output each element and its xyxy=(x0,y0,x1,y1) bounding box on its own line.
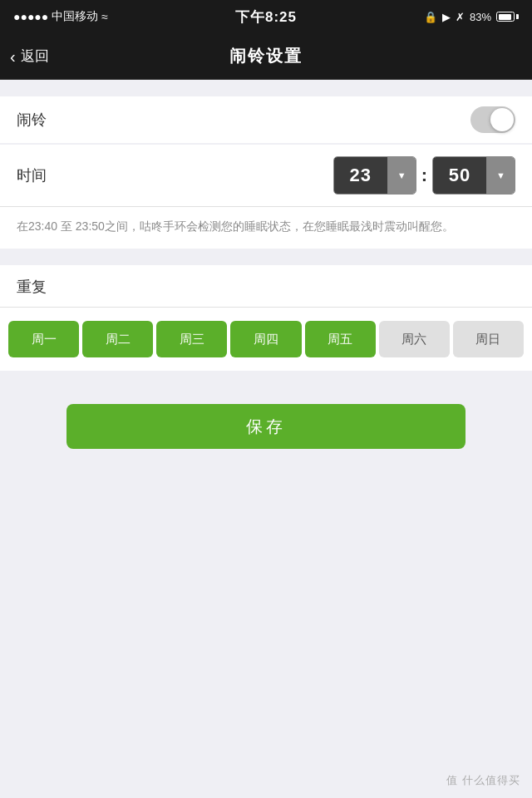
alarm-toggle[interactable] xyxy=(470,106,515,133)
save-section: 保存 xyxy=(0,404,532,449)
time-row: 时间 23 ▼ : 50 ▼ xyxy=(0,145,532,207)
weekday-btn-sat[interactable]: 周六 xyxy=(379,321,450,357)
status-right: 🔒 ▶ ✗ 83% xyxy=(424,11,519,23)
hours-spinner[interactable]: 23 ▼ xyxy=(333,156,416,195)
minutes-down-arrow[interactable]: ▼ xyxy=(486,157,515,194)
alarm-label: 闹铃 xyxy=(17,110,47,130)
status-bar: ●●●●● 中国移动 ≈ 下午8:25 🔒 ▶ ✗ 83% xyxy=(0,0,532,33)
battery-percent: 83% xyxy=(470,11,491,23)
down-arrow-icon: ▼ xyxy=(397,170,406,180)
alarm-section: 闹铃 xyxy=(0,96,532,143)
weekday-btn-mon[interactable]: 周一 xyxy=(8,321,79,357)
weekday-btn-tue[interactable]: 周二 xyxy=(82,321,153,357)
hours-value: 23 xyxy=(334,157,387,194)
battery-icon xyxy=(496,12,519,22)
page-title: 闹铃设置 xyxy=(229,45,303,67)
bluetooth-icon: ✗ xyxy=(456,11,465,23)
carrier-name: 中国移动 xyxy=(52,9,98,24)
chevron-left-icon: ‹ xyxy=(10,48,16,65)
repeat-section: 重复 周一周二周三周四周五周六周日 xyxy=(0,265,532,371)
info-row: 在23:40 至 23:50之间，咕咚手环会检测您的睡眠状态，在您睡眠最浅时震动… xyxy=(0,207,532,249)
toggle-thumb xyxy=(490,108,514,131)
minutes-spinner[interactable]: 50 ▼ xyxy=(432,156,515,195)
wifi-icon: ≈ xyxy=(101,10,108,23)
hours-down-arrow[interactable]: ▼ xyxy=(387,157,416,194)
time-label: 时间 xyxy=(17,165,333,185)
info-text: 在23:40 至 23:50之间，咕咚手环会检测您的睡眠状态，在您睡眠最浅时震动… xyxy=(17,217,515,235)
weekday-btn-wed[interactable]: 周三 xyxy=(156,321,227,357)
back-label: 返回 xyxy=(21,47,49,66)
signal-dots: ●●●●● xyxy=(13,10,48,23)
repeat-label-row: 重复 xyxy=(0,265,532,308)
alarm-row: 闹铃 xyxy=(0,96,532,143)
main-content: 闹铃 时间 23 ▼ : 50 ▼ xyxy=(0,96,532,449)
save-button[interactable]: 保存 xyxy=(66,404,466,449)
time-section: 时间 23 ▼ : 50 ▼ 在23:40 至 23:50之间，咕咚手环会检 xyxy=(0,145,532,249)
navigation-bar: ‹ 返回 闹铃设置 xyxy=(0,33,532,80)
weekday-btn-thu[interactable]: 周四 xyxy=(230,321,301,357)
watermark-text: 值 什么值得买 xyxy=(446,774,520,786)
watermark: 值 什么值得买 xyxy=(446,773,520,788)
weekdays-row: 周一周二周三周四周五周六周日 xyxy=(0,308,532,371)
minutes-value: 50 xyxy=(433,157,486,194)
time-colon: : xyxy=(421,165,427,186)
lock-icon: 🔒 xyxy=(424,11,437,23)
back-button[interactable]: ‹ 返回 xyxy=(10,47,49,66)
weekday-btn-sun[interactable]: 周日 xyxy=(453,321,524,357)
repeat-label: 重复 xyxy=(17,278,47,295)
status-time: 下午8:25 xyxy=(235,7,297,27)
location-icon: ▶ xyxy=(442,11,451,23)
time-picker: 23 ▼ : 50 ▼ xyxy=(333,156,515,195)
down-arrow-icon: ▼ xyxy=(496,170,505,180)
status-left: ●●●●● 中国移动 ≈ xyxy=(13,9,108,24)
weekday-btn-fri[interactable]: 周五 xyxy=(305,321,376,357)
